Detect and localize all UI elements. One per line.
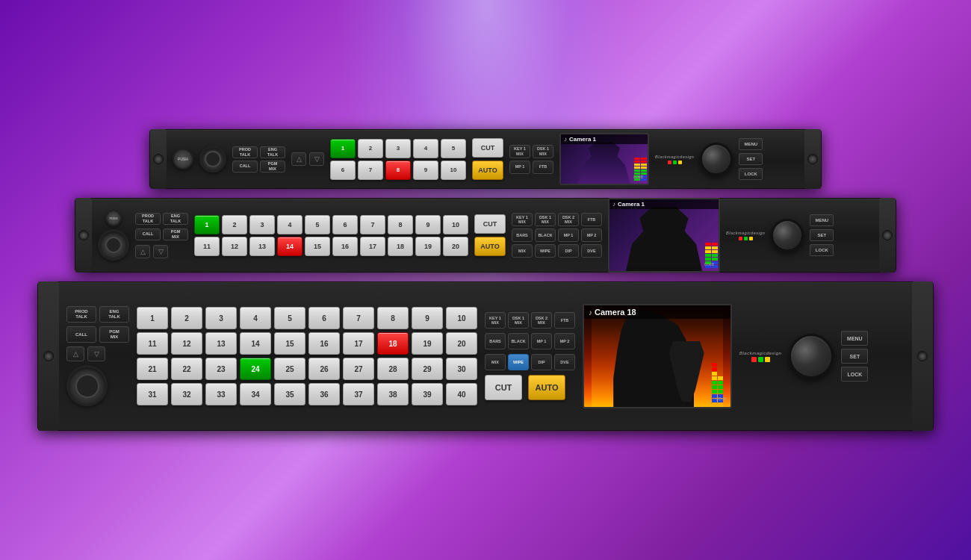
num-btn-1-8[interactable]: 8 xyxy=(385,161,411,180)
num-btn-1-9[interactable]: 9 xyxy=(413,161,438,180)
dve-btn-3[interactable]: DVE xyxy=(554,354,575,370)
num-btn-2-1[interactable]: 1 xyxy=(194,215,220,234)
num-btn-2-15[interactable]: 15 xyxy=(305,237,330,256)
dip-btn-2[interactable]: DIP xyxy=(558,244,579,258)
n3-31[interactable]: 31 xyxy=(137,383,168,405)
black-btn-2[interactable]: BLACK xyxy=(535,228,556,242)
eng-talk-btn-1[interactable]: ENGTALK xyxy=(260,146,285,158)
num-btn-2-13[interactable]: 13 xyxy=(249,237,275,256)
num-btn-1-1[interactable]: 1 xyxy=(330,139,356,158)
dve-btn-2[interactable]: DVE xyxy=(581,244,602,258)
arrow-down-2[interactable]: ▽ xyxy=(153,245,168,258)
set-btn-1[interactable]: SET xyxy=(739,153,763,165)
mp1-btn-3[interactable]: MP 1 xyxy=(531,333,552,349)
n3-30[interactable]: 30 xyxy=(446,358,477,380)
num-btn-2-4[interactable]: 4 xyxy=(277,215,303,234)
num-btn-2-2[interactable]: 2 xyxy=(222,215,247,234)
auto-btn-3[interactable]: AUTO xyxy=(528,375,565,400)
n3-26[interactable]: 26 xyxy=(308,358,340,380)
num-btn-2-16[interactable]: 16 xyxy=(332,237,358,256)
num-btn-2-8[interactable]: 8 xyxy=(388,215,413,234)
arrow-down-3[interactable]: ▽ xyxy=(87,346,105,361)
n3-28[interactable]: 28 xyxy=(377,358,409,380)
num-btn-1-4[interactable]: 4 xyxy=(413,139,438,158)
n3-38[interactable]: 38 xyxy=(377,383,409,405)
num-btn-2-7[interactable]: 7 xyxy=(360,215,385,234)
eng-talk-btn-2[interactable]: ENGTALK xyxy=(163,213,188,225)
n3-29[interactable]: 29 xyxy=(412,358,443,380)
mp2-btn-2[interactable]: MP 2 xyxy=(581,228,602,242)
ftb-btn-2[interactable]: FTB xyxy=(581,213,602,226)
n3-12[interactable]: 12 xyxy=(171,332,202,355)
n3-23[interactable]: 23 xyxy=(205,358,237,380)
mp1-btn-1[interactable]: MP 1 xyxy=(509,161,530,174)
num-btn-1-3[interactable]: 3 xyxy=(385,139,411,158)
call-btn-3[interactable]: CALL xyxy=(66,326,96,343)
n3-36[interactable]: 36 xyxy=(308,383,340,405)
n3-14[interactable]: 14 xyxy=(240,332,271,355)
call-btn-1[interactable]: CALL xyxy=(232,161,258,172)
n3-40[interactable]: 40 xyxy=(446,383,477,405)
dsk1-mix-btn-2[interactable]: DSK 1MIX xyxy=(535,213,556,226)
num-btn-1-5[interactable]: 5 xyxy=(441,139,466,158)
menu-btn-1[interactable]: MENU xyxy=(739,138,763,150)
pgm-mix-btn-3[interactable]: PGMMIX xyxy=(99,326,129,343)
n3-10[interactable]: 10 xyxy=(446,307,477,329)
pgm-mix-btn-1[interactable]: PGMMIX xyxy=(260,161,285,172)
n3-4[interactable]: 4 xyxy=(240,307,271,329)
arrow-up-1[interactable]: △ xyxy=(291,152,306,166)
n3-35[interactable]: 35 xyxy=(274,383,305,405)
n3-17[interactable]: 17 xyxy=(343,332,374,355)
dsk2-mix-btn-3[interactable]: DSK 2MIX xyxy=(531,312,552,329)
arrow-up-3[interactable]: △ xyxy=(66,346,84,361)
n3-19[interactable]: 19 xyxy=(412,332,443,355)
n3-21[interactable]: 21 xyxy=(137,358,168,380)
mp2-btn-3[interactable]: MP 2 xyxy=(554,333,575,349)
cut-btn-2[interactable]: CUT xyxy=(474,214,506,234)
n3-15[interactable]: 15 xyxy=(274,332,305,355)
prod-talk-btn-3[interactable]: PRODTALK xyxy=(66,306,96,323)
n3-2[interactable]: 2 xyxy=(171,307,202,329)
n3-16[interactable]: 16 xyxy=(308,332,340,355)
n3-1[interactable]: 1 xyxy=(137,307,168,329)
num-btn-2-19[interactable]: 19 xyxy=(415,237,441,256)
n3-11[interactable]: 11 xyxy=(137,332,168,355)
eng-talk-btn-3[interactable]: ENGTALK xyxy=(99,306,129,323)
lock-btn-2[interactable]: LOCK xyxy=(810,244,834,256)
call-btn-2[interactable]: CALL xyxy=(135,228,161,240)
black-btn-3[interactable]: BLACK xyxy=(508,333,529,349)
n3-22[interactable]: 22 xyxy=(171,358,202,380)
push-knob-1[interactable]: PUSH xyxy=(173,149,193,169)
key1-mix-btn-3[interactable]: KEY 1MIX xyxy=(485,312,506,329)
num-btn-2-5[interactable]: 5 xyxy=(305,215,330,234)
num-btn-1-2[interactable]: 2 xyxy=(358,139,383,158)
n3-6[interactable]: 6 xyxy=(308,307,340,329)
bars-btn-3[interactable]: BARS xyxy=(485,333,506,349)
num-btn-2-14[interactable]: 14 xyxy=(277,237,303,256)
num-btn-2-3[interactable]: 3 xyxy=(249,215,275,234)
n3-34[interactable]: 34 xyxy=(240,383,271,405)
num-btn-1-7[interactable]: 7 xyxy=(358,161,383,180)
dsk1-mix-btn-3[interactable]: DSK 1MIX xyxy=(508,312,529,329)
n3-32[interactable]: 32 xyxy=(171,383,202,405)
pgm-mix-btn-2[interactable]: PGMMIX xyxy=(163,228,188,240)
set-btn-2[interactable]: SET xyxy=(810,229,834,241)
n3-3[interactable]: 3 xyxy=(205,307,237,329)
num-btn-2-20[interactable]: 20 xyxy=(443,237,468,256)
n3-39[interactable]: 39 xyxy=(412,383,443,405)
n3-24[interactable]: 24 xyxy=(240,358,271,380)
main-knob-1[interactable] xyxy=(700,143,733,175)
num-btn-2-9[interactable]: 9 xyxy=(415,215,441,234)
menu-btn-3[interactable]: MENU xyxy=(841,331,868,346)
wipe-btn-2[interactable]: WIPE xyxy=(535,244,556,258)
arrow-up-2[interactable]: △ xyxy=(135,245,150,258)
num-btn-2-12[interactable]: 12 xyxy=(222,237,247,256)
cut-btn-1[interactable]: CUT xyxy=(472,138,503,158)
n3-33[interactable]: 33 xyxy=(205,383,237,405)
num-btn-1-10[interactable]: 10 xyxy=(441,161,466,180)
push-knob-2[interactable]: PUSH xyxy=(105,210,122,226)
num-btn-2-18[interactable]: 18 xyxy=(388,237,413,256)
lock-btn-1[interactable]: LOCK xyxy=(739,168,763,180)
dsk2-mix-btn-2[interactable]: DSK 2MIX xyxy=(558,213,579,226)
n3-13[interactable]: 13 xyxy=(205,332,237,355)
